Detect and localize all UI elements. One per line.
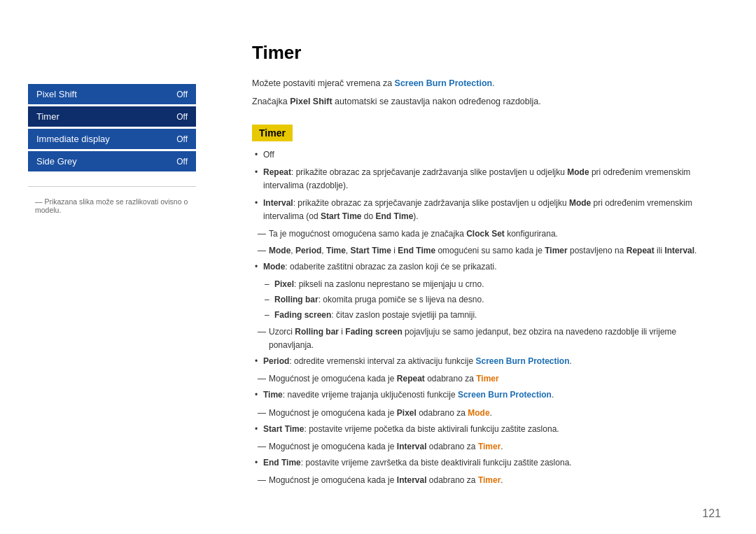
- rolling-bar-ref: Rolling bar: [295, 327, 339, 337]
- start-time-ref: Start Time: [321, 211, 361, 221]
- menu-item-label: Timer: [36, 111, 59, 122]
- interval-ref: Interval: [664, 246, 694, 255]
- interval-ref3: Interval: [397, 475, 427, 485]
- time-label: Time: [263, 390, 283, 400]
- menu-item-side-grey[interactable]: Side GreyOff: [28, 151, 196, 171]
- mode-ref: Mode: [567, 167, 589, 177]
- end-time-ref2: End Time: [398, 246, 435, 255]
- mode-ref4: Mode: [468, 408, 489, 418]
- list-item: Off: [252, 148, 721, 162]
- mode-label: Mode: [263, 262, 285, 272]
- sub-list: Pixel: pikseli na zaslonu neprestano se …: [262, 278, 721, 323]
- right-panel: Timer Možete postaviti mjerač vremena za…: [217, 0, 756, 534]
- section-header: Timer: [252, 113, 721, 148]
- start-time-ref2: Start Time: [351, 246, 391, 255]
- menu-item-badge: Off: [176, 90, 188, 99]
- menu-item-badge: Off: [176, 112, 188, 122]
- sub-list-item: Rolling bar: okomita pruga pomiče se s l…: [262, 293, 721, 307]
- note-line: Uzorci Rolling bar i Fading screen pojav…: [252, 325, 721, 352]
- page-number: 121: [702, 507, 721, 520]
- rolling-bar-label: Rolling bar: [274, 295, 318, 304]
- timer-ref2: Timer: [476, 374, 498, 384]
- list-item: Mode: odaberite zaštitni obrazac za zasl…: [252, 260, 721, 274]
- mode-ref3: Mode: [269, 246, 290, 255]
- list-item: End Time: postavite vrijeme završetka da…: [252, 456, 721, 470]
- note-line: Mogućnost je omogućena kada je Repeat od…: [252, 372, 721, 386]
- note-line: Ta je mogućnost omogućena samo kada je z…: [252, 227, 721, 241]
- note-line: Mogućnost je omogućena kada je Pixel oda…: [252, 407, 721, 420]
- content-list-6: End Time: postavite vrijeme završetka da…: [252, 456, 721, 470]
- menu-list: Pixel ShiftOffTimerOffImmediate displayO…: [28, 84, 196, 174]
- fading-screen-ref: Fading screen: [345, 327, 402, 337]
- content-list: Off Repeat: prikažite obrazac za sprječa…: [252, 148, 721, 224]
- menu-item-immediate-display[interactable]: Immediate displayOff: [28, 129, 196, 149]
- interval-label: Interval: [263, 198, 293, 208]
- sub-list-item: Pixel: pikseli na zaslonu neprestano se …: [262, 278, 721, 291]
- start-time-label: Start Time: [263, 424, 304, 434]
- divider: [28, 186, 196, 187]
- interval-ref2: Interval: [397, 442, 427, 451]
- timer-ref4: Timer: [478, 475, 500, 485]
- end-time-ref: End Time: [376, 211, 414, 221]
- content-list-5: Start Time: postavite vrijeme početka da…: [252, 423, 721, 436]
- list-item: Interval: prikažite obrazac za sprječava…: [252, 197, 721, 223]
- note-line: Mode, Period, Time, Start Time i End Tim…: [252, 244, 721, 258]
- pixel-shift-bold: Pixel Shift: [290, 97, 332, 106]
- repeat-ref2: Repeat: [397, 374, 425, 384]
- content-list-2: Mode: odaberite zaštitni obrazac za zasl…: [252, 260, 721, 274]
- left-panel: Pixel ShiftOffTimerOffImmediate displayO…: [0, 0, 217, 534]
- menu-item-pixel-shift[interactable]: Pixel ShiftOff: [28, 84, 196, 104]
- list-item: Start Time: postavite vrijeme početka da…: [252, 423, 721, 436]
- period-label: Period: [263, 356, 289, 366]
- menu-item-timer[interactable]: TimerOff: [28, 106, 196, 127]
- menu-item-label: Side Grey: [36, 156, 77, 167]
- period-ref: Period: [295, 246, 321, 255]
- intro-text-2: Značajka Pixel Shift automatski se zaust…: [252, 94, 721, 109]
- content-list-4: Time: navedite vrijeme trajanja uključen…: [252, 388, 721, 402]
- pixel-label: Pixel: [274, 279, 294, 289]
- page-title: Timer: [252, 42, 721, 64]
- intro-text-1: Možete postaviti mjerač vremena za Scree…: [252, 76, 721, 91]
- content-list-3: Period: odredite vremenski interval za a…: [252, 355, 721, 368]
- end-time-label: End Time: [263, 458, 301, 468]
- menu-item-badge: Off: [176, 134, 188, 144]
- fading-screen-label: Fading screen: [274, 310, 331, 320]
- repeat-label: Repeat: [263, 167, 291, 177]
- screen-burn-link-1: Screen Burn Protection: [395, 78, 493, 88]
- menu-item-label: Pixel Shift: [36, 89, 77, 99]
- footnote: Prikazana slika može se razlikovati ovis…: [28, 197, 196, 214]
- menu-item-label: Immediate display: [36, 134, 110, 144]
- screen-burn-link-2: Screen Burn Protection: [475, 356, 569, 366]
- list-item: Time: navedite vrijeme trajanja uključen…: [252, 388, 721, 402]
- timer-ref: Timer: [545, 246, 567, 255]
- menu-item-badge: Off: [176, 157, 188, 167]
- note-line: Mogućnost je omogućena kada je Interval …: [252, 440, 721, 454]
- repeat-ref: Repeat: [626, 246, 654, 255]
- timer-ref3: Timer: [478, 442, 500, 451]
- sub-list-item: Fading screen: čitav zaslon postaje svje…: [262, 309, 721, 322]
- list-item: Period: odredite vremenski interval za a…: [252, 355, 721, 368]
- mode-ref2: Mode: [569, 198, 591, 208]
- list-item: Repeat: prikažite obrazac za sprječavanj…: [252, 166, 721, 192]
- note-line: Mogućnost je omogućena kada je Interval …: [252, 474, 721, 487]
- clock-set-ref: Clock Set: [466, 229, 505, 239]
- screen-burn-link-3: Screen Burn Protection: [458, 390, 552, 400]
- time-ref: Time: [326, 246, 346, 255]
- pixel-ref: Pixel: [397, 408, 416, 418]
